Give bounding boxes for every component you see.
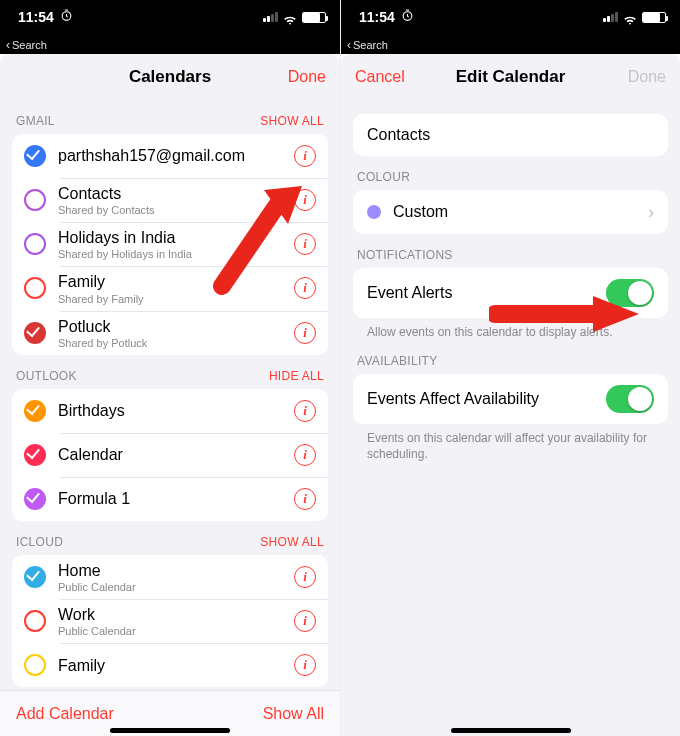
calendar-row[interactable]: Familyi <box>12 643 328 687</box>
back-search[interactable]: ‹ Search <box>341 36 680 54</box>
calendar-row[interactable]: Formula 1i <box>12 477 328 521</box>
calendar-color-icon[interactable] <box>24 610 46 632</box>
colour-dot-icon <box>367 205 381 219</box>
info-icon[interactable]: i <box>294 566 316 588</box>
calendar-row[interactable]: WorkPublic Calendari <box>12 599 328 643</box>
status-time: 11:54 <box>18 9 54 25</box>
add-calendar-button[interactable]: Add Calendar <box>16 705 114 723</box>
section-header: ICLOUD <box>16 535 63 549</box>
section-action[interactable]: SHOW ALL <box>260 114 324 128</box>
battery-icon <box>642 12 666 23</box>
info-icon[interactable]: i <box>294 233 316 255</box>
event-alerts-row: Event Alerts <box>353 268 668 318</box>
info-icon[interactable]: i <box>294 322 316 344</box>
back-search[interactable]: ‹ Search <box>0 36 340 54</box>
cancel-button[interactable]: Cancel <box>341 54 419 100</box>
calendar-color-icon[interactable] <box>24 400 46 422</box>
colour-row[interactable]: Custom › <box>353 190 668 234</box>
status-bar: 11:54 <box>0 0 340 36</box>
chevron-left-icon: ‹ <box>347 38 351 52</box>
calendar-label: Work <box>58 605 294 624</box>
home-indicator <box>451 728 571 733</box>
calendar-color-icon[interactable] <box>24 444 46 466</box>
info-icon[interactable]: i <box>294 189 316 211</box>
section-action[interactable]: SHOW ALL <box>260 535 324 549</box>
done-button: Done <box>614 54 680 100</box>
info-icon[interactable]: i <box>294 145 316 167</box>
back-search-label: Search <box>353 39 388 51</box>
calendar-color-icon[interactable] <box>24 566 46 588</box>
navbar: Calendars Done <box>0 54 340 100</box>
calendars-sheet: Calendars Done GMAILSHOW ALLparthshah157… <box>0 54 340 736</box>
calendar-row[interactable]: FamilyShared by Familyi <box>12 266 328 310</box>
calendar-label: Contacts <box>58 184 294 203</box>
calendar-label: parthshah157@gmail.com <box>58 146 294 165</box>
timer-icon <box>60 9 73 25</box>
info-icon[interactable]: i <box>294 488 316 510</box>
availability-label: Events Affect Availability <box>367 390 606 408</box>
status-time: 11:54 <box>359 9 395 25</box>
calendar-sublabel: Shared by Holidays in India <box>58 248 294 260</box>
home-indicator <box>110 728 230 733</box>
battery-icon <box>302 12 326 23</box>
event-alerts-label: Event Alerts <box>367 284 606 302</box>
phone-left: 11:54 ‹ Search Calendars Done GMAILSHOW … <box>0 0 340 736</box>
section-header: GMAIL <box>16 114 55 128</box>
calendar-sublabel: Shared by Family <box>58 293 294 305</box>
info-icon[interactable]: i <box>294 444 316 466</box>
chevron-left-icon: ‹ <box>6 38 10 52</box>
signal-icon <box>263 12 278 22</box>
availability-toggle[interactable] <box>606 385 654 413</box>
colour-value: Custom <box>393 203 648 221</box>
edit-scroll[interactable]: Contacts COLOUR Custom › NOTIFICATIONS E… <box>341 100 680 736</box>
event-alerts-toggle[interactable] <box>606 279 654 307</box>
navbar-title: Calendars <box>129 67 211 87</box>
calendar-color-icon[interactable] <box>24 189 46 211</box>
availability-row: Events Affect Availability <box>353 374 668 424</box>
phone-right: 11:54 ‹ Search Cancel Edit Calendar Done… <box>340 0 680 736</box>
calendar-row[interactable]: PotluckShared by Potlucki <box>12 311 328 355</box>
calendar-row[interactable]: Holidays in IndiaShared by Holidays in I… <box>12 222 328 266</box>
notifications-header: NOTIFICATIONS <box>357 248 453 262</box>
signal-icon <box>603 12 618 22</box>
calendar-row[interactable]: Calendari <box>12 433 328 477</box>
calendar-color-icon[interactable] <box>24 277 46 299</box>
calendar-row[interactable]: parthshah157@gmail.comi <box>12 134 328 178</box>
calendar-label: Birthdays <box>58 401 294 420</box>
calendar-color-icon[interactable] <box>24 233 46 255</box>
calendar-color-icon[interactable] <box>24 145 46 167</box>
calendar-name-value: Contacts <box>367 126 430 143</box>
calendar-label: Calendar <box>58 445 294 464</box>
event-alerts-footer: Allow events on this calendar to display… <box>341 318 680 340</box>
calendar-row[interactable]: ContactsShared by Contactsi <box>12 178 328 222</box>
colour-header: COLOUR <box>357 170 410 184</box>
calendar-color-icon[interactable] <box>24 322 46 344</box>
calendar-label: Family <box>58 656 294 675</box>
wifi-icon <box>623 12 637 22</box>
calendar-label: Family <box>58 272 294 291</box>
section-action[interactable]: HIDE ALL <box>269 369 324 383</box>
back-search-label: Search <box>12 39 47 51</box>
availability-header: AVAILABILITY <box>357 354 438 368</box>
calendar-sublabel: Public Calendar <box>58 581 294 593</box>
calendar-sublabel: Shared by Contacts <box>58 204 294 216</box>
edit-calendar-sheet: Cancel Edit Calendar Done Contacts COLOU… <box>341 54 680 736</box>
calendar-label: Formula 1 <box>58 489 294 508</box>
wifi-icon <box>283 12 297 22</box>
info-icon[interactable]: i <box>294 400 316 422</box>
timer-icon <box>401 9 414 25</box>
info-icon[interactable]: i <box>294 277 316 299</box>
calendar-sublabel: Shared by Potluck <box>58 337 294 349</box>
navbar-title: Edit Calendar <box>456 67 566 87</box>
info-icon[interactable]: i <box>294 654 316 676</box>
calendar-color-icon[interactable] <box>24 654 46 676</box>
calendar-name-field[interactable]: Contacts <box>353 114 668 156</box>
info-icon[interactable]: i <box>294 610 316 632</box>
calendar-color-icon[interactable] <box>24 488 46 510</box>
show-all-button[interactable]: Show All <box>263 705 324 723</box>
calendars-list[interactable]: GMAILSHOW ALLparthshah157@gmail.comiCont… <box>0 100 340 690</box>
availability-footer: Events on this calendar will affect your… <box>341 424 680 462</box>
done-button[interactable]: Done <box>274 54 340 100</box>
calendar-row[interactable]: HomePublic Calendari <box>12 555 328 599</box>
calendar-row[interactable]: Birthdaysi <box>12 389 328 433</box>
